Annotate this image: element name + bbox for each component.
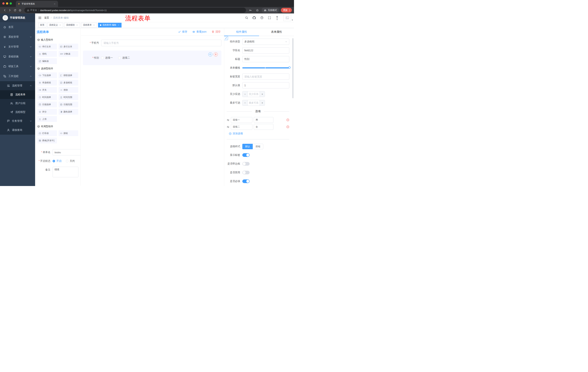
new-tab-button[interactable] — [60, 1, 64, 6]
border-switch[interactable] — [242, 162, 250, 166]
sidebar-item-home[interactable]: 首页 — [0, 22, 35, 32]
bookmark-star-icon[interactable] — [255, 8, 260, 13]
forward-button[interactable] — [7, 8, 12, 13]
url-bar[interactable]: 不安全 dashboard.yudao.iocoder.cn/bpm/manag… — [24, 8, 246, 13]
window-close-button[interactable] — [2, 2, 5, 5]
palette-item-editor[interactable]: 编辑器 — [37, 58, 57, 64]
option-1-value-input[interactable] — [254, 117, 273, 123]
slider-handle[interactable] — [288, 66, 291, 69]
required-switch[interactable] — [242, 180, 250, 183]
min-stepper-placeholder[interactable]: 至少应选 — [248, 91, 260, 97]
hamburger-icon[interactable] — [37, 15, 43, 21]
window-minimize-button[interactable] — [6, 2, 8, 5]
palette-item-slider[interactable]: 滑块 — [59, 87, 78, 93]
palette-item-password[interactable]: 密码 — [37, 51, 57, 57]
disabled-switch[interactable] — [242, 171, 250, 174]
breadcrumb-home[interactable]: 首页 — [44, 16, 49, 20]
clear-button[interactable]: 清空 — [211, 30, 221, 33]
tab-form-props[interactable]: 表单属性 — [259, 28, 294, 36]
stepper-minus-button[interactable]: − — [242, 100, 248, 106]
option-2-value-input[interactable] — [254, 124, 273, 130]
tag-home[interactable]: 首页 — [38, 23, 46, 28]
sidebar-item-task-mgmt[interactable]: 任务管理 — [0, 117, 35, 126]
user-avatar[interactable] — [284, 15, 291, 21]
stepper-minus-button[interactable]: − — [242, 91, 248, 97]
save-button[interactable]: 保存 — [178, 30, 187, 33]
sidebar-item-process-model[interactable]: 流程模型 — [0, 108, 35, 117]
show-label-switch[interactable] — [242, 153, 250, 157]
canvas-field-gender-selected[interactable]: *性别 选项一 选项二 — [83, 51, 221, 65]
remove-option-button[interactable] — [286, 118, 289, 121]
link-handle-button[interactable] — [224, 36, 228, 40]
browser-menu-dots-icon[interactable] — [288, 9, 291, 12]
style-button-button[interactable]: 按钮 — [253, 144, 263, 149]
option-1-label-input[interactable] — [231, 117, 252, 123]
stepper-plus-button[interactable]: + — [260, 100, 265, 106]
palette-item-textarea[interactable]: 多行文本 — [59, 44, 78, 50]
form-name-input[interactable] — [52, 149, 81, 155]
tag-close-icon[interactable] — [93, 24, 95, 26]
sidebar-item-devtools[interactable]: 研发工具 — [0, 62, 35, 71]
sidebar-item-user-group[interactable]: 用户分组 — [0, 99, 35, 108]
palette-item-row-container[interactable]: 行容器 — [37, 130, 57, 136]
palette-item-table[interactable]: 表格[开发中] — [37, 138, 57, 143]
tag-close-icon[interactable] — [59, 24, 61, 26]
tag-process-form[interactable]: 流程表单 — [81, 23, 97, 28]
github-icon[interactable] — [252, 15, 257, 20]
search-icon[interactable] — [244, 15, 249, 20]
sidebar-item-payment[interactable]: ¥ 支付管理 — [0, 42, 35, 52]
drag-handle-icon[interactable] — [227, 126, 230, 128]
update-button[interactable]: 更新 — [281, 8, 292, 12]
status-radio-off[interactable]: 关闭 — [66, 159, 75, 163]
palette-item-time-picker[interactable]: 时间选择 — [37, 94, 57, 100]
component-type-select[interactable]: 多选框组 — [242, 39, 289, 45]
gender-option-2[interactable]: 选项二 — [118, 56, 130, 60]
window-zoom-button[interactable] — [10, 2, 12, 5]
palette-item-checkbox-group[interactable]: 多选框组 — [59, 80, 78, 85]
palette-item-date-range[interactable]: 日期范围 — [59, 102, 78, 107]
status-radio-on[interactable]: 开启 — [52, 159, 62, 163]
label-width-input[interactable] — [242, 74, 289, 80]
browser-tab[interactable]: 芋道管理系统 — [16, 1, 58, 7]
gender-option-1[interactable]: 选项一 — [101, 56, 113, 60]
palette-item-color-picker[interactable]: 颜色选择 — [59, 109, 78, 115]
sidebar-item-system[interactable]: 系统管理 — [0, 32, 35, 42]
sidebar-item-process-form[interactable]: 流程表单 — [0, 90, 35, 99]
back-button[interactable] — [2, 8, 7, 13]
reload-button[interactable] — [12, 8, 18, 13]
drag-handle-icon[interactable] — [227, 119, 230, 121]
font-size-icon[interactable]: TT — [275, 15, 279, 20]
password-key-icon[interactable] — [248, 8, 253, 13]
form-remark-textarea[interactable]: 嘿嘿 — [52, 167, 78, 177]
palette-item-button[interactable]: 按钮 — [59, 130, 78, 136]
sidebar-item-infra[interactable]: 基础设施 — [0, 52, 35, 62]
add-option-button[interactable]: 添加选项 — [229, 132, 289, 135]
phone-input[interactable] — [101, 40, 221, 46]
home-button[interactable] — [18, 8, 22, 13]
style-default-button[interactable]: 默认 — [242, 144, 253, 149]
sidebar-item-workflow[interactable]: 工作流程 — [0, 71, 35, 81]
palette-item-date-picker[interactable]: 日期选择 — [37, 102, 57, 107]
panel-scrollbar[interactable] — [292, 38, 294, 98]
tab-close-icon[interactable] — [53, 2, 56, 5]
palette-item-select[interactable]: 下拉选择 — [37, 73, 57, 78]
sidebar-item-process-mgmt[interactable]: 流程管理 — [0, 81, 35, 90]
palette-item-rate[interactable]: 评分 — [37, 109, 57, 115]
tag-process-model[interactable]: 流程模型 — [64, 23, 80, 28]
canvas-field-phone[interactable]: *手机号 — [83, 40, 221, 46]
default-value-input[interactable] — [242, 82, 289, 88]
fullscreen-icon[interactable] — [267, 15, 272, 20]
sidebar-item-leave-query[interactable]: 请假查询 — [0, 126, 35, 135]
tag-close-icon[interactable] — [117, 24, 120, 26]
field-name-input[interactable] — [242, 47, 289, 53]
palette-item-upload[interactable]: 上传 — [37, 116, 57, 122]
delete-component-button[interactable] — [214, 53, 218, 56]
tag-process-definition[interactable]: 流程定义 — [47, 23, 63, 28]
view-json-button[interactable]: 查看json — [192, 30, 207, 33]
palette-item-radio-group[interactable]: 单选框组 — [37, 80, 57, 85]
palette-item-counter[interactable]: 123计数器 — [59, 51, 78, 57]
palette-item-time-range[interactable]: 时间范围 — [59, 94, 78, 100]
palette-item-cascader[interactable]: 级联选择 — [59, 73, 78, 78]
tag-process-form-edit[interactable]: 流程表单-编辑 — [98, 23, 122, 28]
remove-option-button[interactable] — [286, 125, 289, 128]
